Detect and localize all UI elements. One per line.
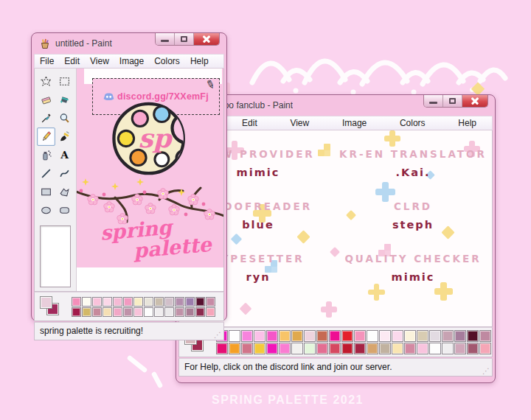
color-swatch[interactable] xyxy=(367,330,378,342)
color-swatch[interactable] xyxy=(206,307,215,317)
color-swatch[interactable] xyxy=(467,343,479,354)
menu-item[interactable]: View xyxy=(285,118,314,128)
color-swatch[interactable] xyxy=(304,330,316,342)
color-swatch[interactable] xyxy=(185,307,195,317)
menu-item[interactable]: View xyxy=(85,56,114,66)
paint-window-untitled[interactable]: untitled - Paint FileEditViewImageColors… xyxy=(31,32,227,321)
titlebar[interactable]: untitled - Paint xyxy=(34,33,224,54)
menu-item[interactable]: Edit xyxy=(237,118,263,128)
color-swatch[interactable] xyxy=(113,307,122,317)
color-swatch[interactable] xyxy=(442,343,454,354)
color-swatch[interactable] xyxy=(133,307,143,317)
color-swatch[interactable] xyxy=(266,330,278,342)
color-swatch[interactable] xyxy=(354,343,366,354)
select-tool[interactable] xyxy=(55,72,74,91)
color-swatch[interactable] xyxy=(341,330,353,342)
color-swatch[interactable] xyxy=(82,307,91,317)
color-swatch[interactable] xyxy=(195,297,205,307)
color-swatch[interactable] xyxy=(404,330,416,342)
color-swatch[interactable] xyxy=(175,307,184,317)
minimize-button[interactable] xyxy=(156,33,175,45)
close-button[interactable] xyxy=(462,95,487,107)
color-swatch[interactable] xyxy=(164,307,174,317)
color-swatch[interactable] xyxy=(279,330,291,342)
pencil-tool[interactable] xyxy=(37,127,55,146)
menu-item[interactable]: Colors xyxy=(149,56,185,66)
color-picker-tool[interactable] xyxy=(37,109,55,127)
color-swatch[interactable] xyxy=(123,297,133,307)
color-swatch[interactable] xyxy=(241,343,253,354)
color-swatch[interactable] xyxy=(291,343,303,354)
color-swatch[interactable] xyxy=(144,297,153,307)
polygon-tool[interactable] xyxy=(55,183,74,201)
color-swatch[interactable] xyxy=(454,330,466,342)
color-swatch[interactable] xyxy=(254,330,266,342)
menu-item[interactable]: File xyxy=(35,56,59,66)
color-swatch[interactable] xyxy=(329,343,341,354)
color-swatch[interactable] xyxy=(454,343,466,354)
color-swatch[interactable] xyxy=(92,307,102,317)
color-swatch[interactable] xyxy=(241,330,253,342)
menu-item[interactable]: Edit xyxy=(59,56,85,66)
line-tool[interactable] xyxy=(37,164,55,183)
color-swatch[interactable] xyxy=(467,330,479,342)
menu-item[interactable]: Image xyxy=(114,56,149,66)
color-swatch[interactable] xyxy=(216,343,228,354)
color-swatch[interactable] xyxy=(72,307,81,317)
color-swatch[interactable] xyxy=(291,330,303,342)
current-colors[interactable] xyxy=(38,295,67,318)
color-swatch[interactable] xyxy=(266,343,278,354)
eraser-tool[interactable] xyxy=(37,91,55,109)
color-swatch[interactable] xyxy=(206,297,215,307)
color-swatch[interactable] xyxy=(229,343,240,354)
color-swatch[interactable] xyxy=(92,297,102,307)
maximize-button[interactable] xyxy=(175,33,194,45)
color-swatch[interactable] xyxy=(379,330,391,342)
color-swatch[interactable] xyxy=(417,343,428,354)
color-swatch[interactable] xyxy=(103,297,112,307)
color-swatch[interactable] xyxy=(103,307,112,317)
text-tool[interactable]: A xyxy=(55,146,74,164)
color-swatch[interactable] xyxy=(392,330,403,342)
color-swatch[interactable] xyxy=(429,330,441,342)
maximize-button[interactable] xyxy=(443,95,462,107)
color-swatch[interactable] xyxy=(367,343,378,354)
color-swatch[interactable] xyxy=(392,343,403,354)
color-swatch[interactable] xyxy=(417,330,428,342)
tool-options-box[interactable] xyxy=(40,225,71,287)
color-swatch[interactable] xyxy=(304,343,316,354)
foreground-color-swatch[interactable] xyxy=(40,296,52,309)
free-form-select-tool[interactable] xyxy=(37,72,55,91)
color-swatch[interactable] xyxy=(154,297,164,307)
color-swatch[interactable] xyxy=(144,307,153,317)
color-swatch[interactable] xyxy=(479,330,491,342)
color-swatch[interactable] xyxy=(279,343,291,354)
color-swatch[interactable] xyxy=(404,343,416,354)
color-swatch[interactable] xyxy=(133,297,143,307)
magnifier-tool[interactable] xyxy=(55,109,74,127)
color-swatch[interactable] xyxy=(479,343,491,354)
paint-canvas[interactable]: discord.gg/7XXemFj ✎ sp xyxy=(77,69,223,267)
color-swatch[interactable] xyxy=(175,297,184,307)
ellipse-tool[interactable] xyxy=(37,201,55,220)
color-swatch[interactable] xyxy=(164,297,174,307)
color-swatch[interactable] xyxy=(185,297,195,307)
menu-item[interactable]: Colors xyxy=(395,118,431,128)
minimize-button[interactable] xyxy=(424,95,443,107)
color-swatch[interactable] xyxy=(429,343,441,354)
curve-tool[interactable] xyxy=(55,164,74,183)
color-swatch[interactable] xyxy=(354,330,366,342)
color-swatch[interactable] xyxy=(442,330,454,342)
color-swatch[interactable] xyxy=(254,343,266,354)
brush-tool[interactable] xyxy=(55,127,74,146)
color-swatch[interactable] xyxy=(316,330,328,342)
rounded-rectangle-tool[interactable] xyxy=(55,201,74,220)
color-swatch[interactable] xyxy=(82,297,91,307)
color-swatch[interactable] xyxy=(123,307,133,317)
color-swatch[interactable] xyxy=(316,343,328,354)
color-swatch[interactable] xyxy=(379,343,391,354)
color-swatch[interactable] xyxy=(229,330,240,342)
color-swatch[interactable] xyxy=(154,307,164,317)
color-swatch[interactable] xyxy=(195,307,205,317)
rectangle-tool[interactable] xyxy=(37,183,55,201)
